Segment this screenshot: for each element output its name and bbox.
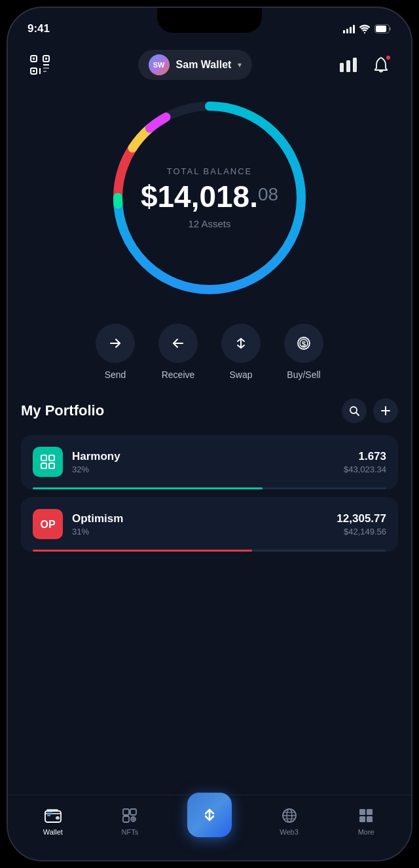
status-time: 9:41 [27, 22, 50, 35]
add-asset-button[interactable] [373, 398, 398, 423]
battery-icon [374, 24, 392, 33]
balance-assets: 12 Assets [141, 218, 278, 229]
wifi-icon [359, 24, 371, 33]
nav-web3[interactable]: Web3 [270, 806, 309, 836]
svg-rect-32 [41, 455, 46, 461]
more-nav-icon [357, 806, 375, 825]
nfts-nav-label: NFTs [122, 828, 139, 836]
harmony-card[interactable]: Harmony 32% 1.673 $43,023.34 [21, 435, 398, 489]
svg-rect-38 [56, 816, 60, 820]
svg-rect-13 [340, 63, 344, 72]
balance-amount: $14,018. 08 [141, 181, 278, 212]
balance-section: TOTAL BALANCE $14,018. 08 12 Assets [8, 93, 411, 303]
bottom-nav: Wallet NFTs [8, 795, 411, 860]
search-button[interactable] [342, 398, 367, 423]
svg-rect-8 [33, 70, 35, 72]
buysell-action: $ Buy/Sell [284, 324, 323, 380]
harmony-name: Harmony [72, 450, 335, 463]
scan-button[interactable] [26, 51, 54, 79]
balance-content: TOTAL BALANCE $14,018. 08 12 Assets [141, 166, 278, 229]
portfolio-header: My Portfolio [21, 398, 398, 423]
svg-rect-14 [346, 60, 350, 72]
optimism-bar [33, 550, 252, 552]
receive-label: Receive [162, 369, 195, 380]
svg-line-29 [356, 413, 359, 415]
phone-frame: 9:41 [7, 7, 412, 861]
harmony-info: Harmony 32% [72, 450, 335, 474]
harmony-usd: $43,023.34 [344, 464, 386, 474]
svg-rect-2 [376, 26, 386, 32]
svg-rect-34 [41, 463, 46, 468]
receive-action: Receive [158, 324, 198, 380]
nfts-nav-icon [120, 806, 139, 825]
optimism-card[interactable]: OP Optimism 31% 12,305.77 $42,149.56 [21, 497, 398, 552]
harmony-values: 1.673 $43,023.34 [344, 450, 386, 474]
swap-action: Swap [221, 324, 261, 380]
balance-circle: TOTAL BALANCE $14,018. 08 12 Assets [105, 93, 314, 303]
wallet-nav-label: Wallet [43, 828, 63, 836]
signal-icon [343, 24, 355, 33]
optimism-row: OP Optimism 31% 12,305.77 $42,149.56 [33, 509, 386, 550]
header-actions [337, 53, 393, 77]
svg-rect-40 [47, 815, 50, 816]
web3-nav-icon [280, 806, 299, 825]
web3-nav-label: Web3 [280, 828, 299, 836]
nav-wallet[interactable]: Wallet [33, 806, 73, 836]
chevron-down-icon: ▾ [238, 60, 242, 69]
harmony-icon [33, 447, 63, 477]
more-nav-label: More [358, 828, 374, 836]
harmony-bar-track [33, 487, 386, 489]
balance-label: TOTAL BALANCE [141, 166, 278, 176]
send-action: Send [96, 324, 135, 380]
notification-badge [385, 54, 392, 61]
svg-rect-54 [367, 809, 373, 815]
optimism-values: 12,305.77 $42,149.56 [337, 512, 386, 537]
send-button[interactable] [96, 324, 135, 363]
wallet-nav-icon [44, 806, 62, 825]
svg-text:$: $ [302, 340, 306, 348]
balance-main: $14,018. [141, 181, 258, 212]
buysell-label: Buy/Sell [287, 369, 320, 380]
optimism-amount: 12,305.77 [337, 512, 386, 525]
swap-button[interactable] [221, 324, 261, 363]
receive-button[interactable] [158, 324, 198, 363]
nav-more[interactable]: More [346, 806, 386, 836]
svg-text:OP: OP [40, 519, 55, 530]
chart-button[interactable] [337, 53, 360, 77]
optimism-info: Optimism 31% [72, 512, 327, 537]
svg-rect-56 [367, 816, 373, 822]
svg-rect-41 [123, 809, 129, 815]
harmony-row: Harmony 32% 1.673 $43,023.34 [33, 447, 386, 487]
optimism-usd: $42,149.56 [337, 527, 386, 537]
optimism-bar-track [33, 550, 386, 552]
nav-nfts[interactable]: NFTs [110, 806, 149, 836]
svg-rect-7 [45, 58, 47, 60]
center-nav-button[interactable] [187, 793, 232, 837]
optimism-name: Optimism [72, 512, 327, 525]
harmony-amount: 1.673 [344, 450, 386, 463]
portfolio-actions [342, 398, 398, 423]
send-label: Send [105, 369, 126, 380]
wallet-selector[interactable]: SW Sam Wallet ▾ [138, 50, 253, 80]
svg-rect-33 [49, 455, 54, 461]
portfolio-section: My Portfolio [8, 380, 411, 552]
svg-rect-35 [49, 463, 54, 468]
portfolio-title: My Portfolio [21, 402, 104, 419]
svg-rect-6 [33, 58, 35, 60]
avatar: SW [149, 54, 170, 75]
svg-rect-42 [130, 809, 136, 815]
optimism-pct: 31% [72, 527, 327, 537]
buysell-button[interactable]: $ [284, 324, 323, 363]
action-buttons: Send Receive Swap [8, 324, 411, 380]
swap-label: Swap [229, 369, 252, 380]
svg-rect-53 [359, 809, 365, 815]
header: SW Sam Wallet ▾ [8, 43, 411, 86]
harmony-bar [33, 487, 263, 489]
harmony-pct: 32% [72, 464, 335, 474]
svg-rect-39 [47, 812, 52, 815]
svg-rect-55 [359, 816, 365, 822]
notifications-button[interactable] [369, 53, 393, 77]
status-icons [343, 24, 392, 33]
svg-point-0 [364, 32, 365, 33]
wallet-name: Sam Wallet [176, 59, 232, 71]
